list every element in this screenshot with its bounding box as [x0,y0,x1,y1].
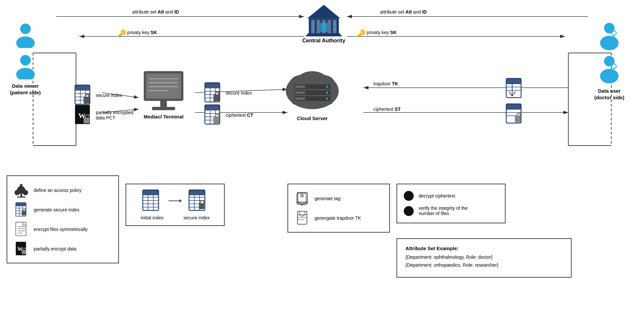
svg-point-36 [16,36,35,48]
data-owner-label: Data owner(patient side) [10,83,41,96]
svg-rect-94 [295,91,305,94]
legend-secure-doc [14,202,29,217]
legend-access-policy: define an access policy [34,188,82,193]
svg-rect-32 [333,23,336,26]
legend-left-box: define an access policy generate secure … [7,175,119,263]
legend-partial-encrypt: partially encrypt data [34,246,76,251]
data-user-icon-bottom [596,55,623,84]
svg-rect-83 [213,117,219,123]
svg-point-96 [326,86,328,88]
legend-file-icon [14,222,29,237]
svg-rect-33 [311,27,314,30]
svg-rect-109 [506,104,521,109]
attr-item-1: {Department: ophthalmology, Role: doctor… [405,254,563,260]
attr-title: Attribute Set Example: [405,246,563,251]
svg-rect-60 [146,73,181,99]
data-owner-icon-top [12,22,39,48]
secure-index-label-left: secure index [96,93,122,98]
svg-rect-25 [327,20,331,33]
legend-verify: verify the integrity of thenumber of fil… [419,205,468,216]
svg-rect-162 [297,211,307,224]
medical-terminal: Mediacl Terminal [139,69,188,119]
st-doc [506,103,524,126]
secure-index-doc-legend [188,189,208,212]
legend-generate-tag: generate tag [315,196,341,201]
secure-index-label-right: secure index [226,90,252,96]
central-authority: Central Authority [291,3,357,44]
st-doc-icon [506,103,524,125]
key-icon-right: 🔑 [357,29,366,38]
circle-icon-1 [404,191,414,201]
svg-rect-93 [295,85,305,88]
data-owner-group: Data owner(patient side) [10,22,41,96]
secure-index-left: secure index [74,84,122,106]
svg-rect-110 [515,116,521,122]
svg-point-98 [326,98,328,100]
legend-left-row-2: generate secure index [14,202,112,217]
legend-decrypt-row: decrypt ciphertext [404,191,498,201]
svg-point-44 [600,69,619,83]
svg-rect-54 [84,97,90,104]
tag-icon [295,191,310,206]
secure-index-label: secure index [183,215,209,220]
index-arrow [169,198,182,204]
ct-doc: ciphertext CT [204,104,253,126]
legend-right-bottom-box: decrypt ciphertext verify the integrity … [397,184,506,223]
trapdoor-label: trapdoor TK [373,81,398,86]
legend-left-row-3: encrypt files symmetrically [14,222,112,237]
svg-rect-128 [22,211,26,215]
index-row [142,189,208,212]
svg-marker-27 [307,5,340,19]
svg-rect-149 [189,190,205,195]
svg-rect-26 [333,20,336,33]
initial-index-label: initial index [141,215,164,220]
data-user-group: Data user(doctor side) [585,22,634,101]
svg-rect-103 [506,78,521,83]
index-labels: initial index secure index [141,215,210,220]
legend-secure-index: generate secure index [34,207,80,212]
secure-index-right: secure index [204,82,252,104]
data-user-label: Data user(doctor side) [594,88,625,101]
svg-point-120 [23,189,26,192]
attr-item-2: {Department: orthopaedics, Role: researc… [405,262,563,268]
svg-rect-75 [205,83,220,88]
cloud-label: Cloud Server [297,115,327,121]
data-user-icon-top [596,22,623,51]
svg-point-38 [16,68,35,79]
cloud-server-icon [279,65,345,114]
ct-doc-icon [204,104,222,126]
cloud-server: Cloud Server [279,65,345,121]
pct-label: partially encrypteddata PCT [96,110,133,120]
ca-label: Central Authority [302,38,345,44]
secure-index-doc-left [74,84,93,106]
building-icon [304,3,344,36]
data-owner-icon-bottom [12,53,39,79]
secure-index-doc-right [204,82,222,104]
svg-point-116 [20,184,22,187]
svg-rect-22 [311,20,315,33]
svg-marker-147 [179,199,182,202]
svg-point-45 [612,64,616,68]
svg-point-39 [604,23,615,33]
svg-rect-137 [22,250,26,254]
sk-right-label: privaty key SK [367,30,397,35]
ciphertext-st-label: ciphertext ST [373,107,400,112]
legend-left-row-1: define an access policy [14,183,112,198]
svg-point-37 [20,55,31,66]
att-id-left-label: attribute set Att and ID [132,9,179,15]
svg-point-97 [326,92,328,94]
sk-left-label: privaty key SK [127,30,157,35]
terminal-label: Mediacl Terminal [144,114,184,119]
att-id-right-label: attribute set Att and ID [380,9,427,15]
tree-icon [14,183,29,198]
legend-word-lock: W [14,241,29,256]
svg-rect-66 [152,107,175,110]
main-diagram: Central Authority attribute set Att and … [0,0,644,314]
svg-rect-30 [320,23,327,32]
terminal-icon [139,69,188,112]
svg-rect-122 [16,203,26,206]
key-icon-left: 🔑 [117,29,126,38]
pct-doc-icon: W [74,104,93,126]
index-transform-box: initial index secure index [126,184,225,226]
svg-point-41 [612,31,616,35]
